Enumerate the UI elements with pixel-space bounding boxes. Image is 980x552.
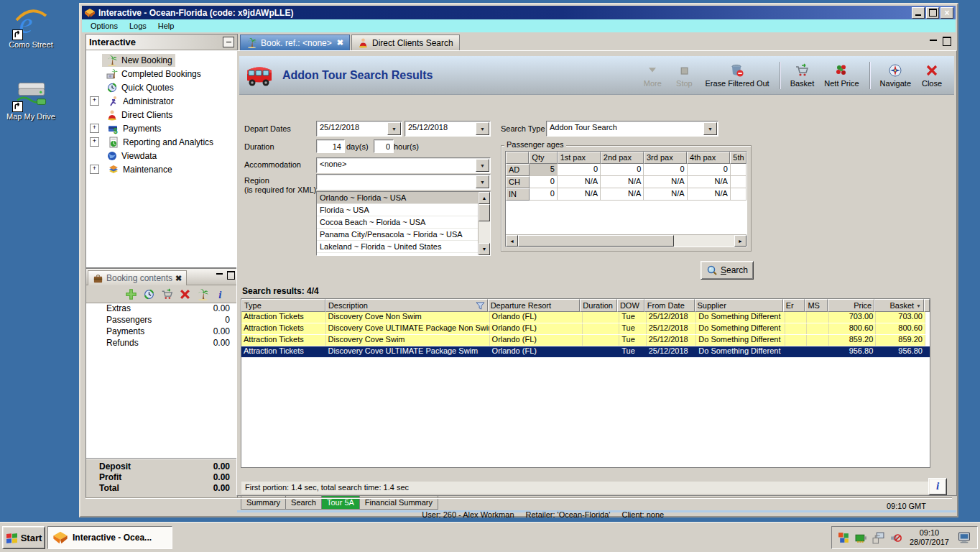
delete-button[interactable] [179,288,191,300]
passenger-ages-table[interactable]: Qty1st pax2nd pax3rd pax4th pax5th paAD5… [505,151,747,247]
search-button[interactable]: Search [701,261,754,280]
passenger-age-cell[interactable]: N/A [601,176,644,188]
expand-plus-icon[interactable]: + [90,165,99,174]
sidebar-item-direct-clients[interactable]: Direct Clients [86,108,237,121]
row-header[interactable]: IN [506,188,530,201]
tray-net-icon[interactable] [872,532,884,544]
taskbar-clock[interactable]: 09:10 28/07/2017 [907,528,952,547]
tab-area-maximize-icon[interactable] [943,37,951,46]
column-header-price[interactable]: Price [828,299,874,312]
expand-plus-icon[interactable]: + [90,124,99,133]
title-bar[interactable]: Interactive - Ocean-Florida (code: x9jdA… [82,6,956,19]
region-option[interactable]: Cocoa Beach ~ Florida ~ USA [317,216,478,229]
passenger-age-cell[interactable]: 0 [558,164,601,176]
passenger-age-cell[interactable]: 0 [530,188,558,201]
column-header-dow[interactable]: DOW [617,299,644,312]
passenger-age-cell[interactable]: 0 [688,164,731,176]
column-header-from-date[interactable]: From Date [644,299,695,312]
scroll-right-icon[interactable]: ► [734,235,746,247]
collapse-sidebar-button[interactable] [223,37,234,47]
sidebar-item-administrator[interactable]: +Administrator [86,94,237,108]
tray-nic-icon[interactable] [855,532,867,544]
region-option[interactable]: Orlando ~ Florida ~ USA [317,192,478,204]
passenger-age-cell[interactable]: N/A [644,188,687,201]
region-scrollbar[interactable]: ▲ ▼ [478,192,490,255]
tab-area-minimize-icon[interactable] [930,40,937,47]
scroll-up-icon[interactable]: ▲ [479,192,490,204]
sidebar-item-reporting-and-analytics[interactable]: +Reporting and Analytics [86,135,237,149]
tray-av-icon[interactable] [838,532,850,544]
move-to-basket-button[interactable] [161,288,173,300]
chevron-down-icon[interactable]: ▼ [476,159,489,172]
scroll-thumb[interactable] [479,204,490,221]
erase-filtered-out-button[interactable]: Erase Filtered Out [703,62,770,89]
passenger-age-cell[interactable]: N/A [558,176,601,188]
sidebar-item-viewdata[interactable]: Viewdata [86,149,237,162]
column-header[interactable]: 2nd pax [601,152,644,164]
result-row[interactable]: Attraction TicketsDiscovery Cove ULTIMAT… [241,323,930,335]
column-header[interactable]: Qty [529,152,557,164]
column-header-type[interactable]: Type [241,299,325,312]
passenger-age-cell[interactable]: 5 [530,164,558,176]
accommodation-combo[interactable]: <none> ▼ [316,157,491,173]
info-button[interactable]: i [928,478,947,495]
start-button[interactable]: Start [2,526,45,549]
row-header[interactable]: CH [506,176,530,188]
maximize-button[interactable] [926,7,939,19]
column-header[interactable]: 4th pax [687,152,730,164]
passenger-age-cell[interactable]: N/A [644,176,687,188]
row-header[interactable]: AD [506,164,530,176]
result-row[interactable]: Attraction TicketsDiscovery Cove ULTIMAT… [241,346,930,357]
depart-date-from-combo[interactable]: 25/12/2018 ▼ [316,121,402,137]
column-header[interactable] [506,152,529,164]
passenger-age-cell[interactable]: 0 [530,176,558,188]
column-header-duration[interactable]: Duration [580,299,617,312]
column-header[interactable]: 3rd pax [644,152,687,164]
passenger-age-cell[interactable]: N/A [558,188,601,201]
column-header-ms[interactable]: MS [805,299,828,312]
panel-minimize-icon[interactable] [216,273,223,280]
search-type-combo[interactable]: Addon Tour Search ▼ [546,121,718,137]
chevron-down-icon[interactable]: ▼ [476,175,489,188]
chevron-down-icon[interactable]: ▼ [387,122,401,135]
chevron-down-icon[interactable]: ▼ [476,122,489,135]
tab-book-ref-none[interactable]: Book. ref.: <none>✖ [240,34,350,50]
desktop-icon-map-my-drive[interactable]: Map My Drive [0,76,62,121]
passenger-age-cell[interactable]: N/A [688,188,731,201]
sidebar-item-maintenance[interactable]: +Maintenance [86,162,237,176]
tab-direct-clients-search[interactable]: Direct Clients Search [351,34,460,50]
scroll-down-icon[interactable]: ▼ [479,243,490,255]
passenger-age-cell[interactable]: 0 [644,164,687,176]
nett-price-button[interactable]: Nett Price [823,62,860,89]
column-header-supplier[interactable]: Supplier [695,299,783,312]
column-header-departure-resort[interactable]: Departure Resort [488,299,581,312]
region-combo[interactable]: ▼ [316,174,491,190]
region-option[interactable]: Panama City/Pensacola ~ Florida ~ USA [317,229,478,241]
add-button[interactable] [125,288,137,300]
passenger-ages-hscrollbar[interactable]: ◄ ► [506,234,746,247]
sidebar-item-payments[interactable]: +$Payments [86,121,237,135]
basket-button[interactable]: Basket [789,62,816,89]
scroll-left-icon[interactable]: ◄ [506,235,518,247]
duration-hours-input[interactable] [374,139,394,153]
quick-quote-button[interactable] [143,288,155,300]
booking-contents-tab[interactable]: Booking contents ✖ [88,270,187,285]
passenger-age-cell[interactable]: 0 [601,164,644,176]
region-option[interactable]: Lakeland ~ Florida ~ United States [317,241,478,253]
column-header-er[interactable]: Er [783,299,805,312]
desktop-icon-como-street[interactable]: eComo Street [0,4,62,49]
panel-maximize-icon[interactable] [227,271,235,280]
tray-mute-icon[interactable] [889,532,902,544]
column-header-basket[interactable]: Basket▼ [874,299,924,312]
chevron-down-icon[interactable]: ▼ [703,122,717,135]
sidebar-item-new-booking[interactable]: New Booking [86,53,237,67]
duration-days-input[interactable] [316,139,345,153]
close-button[interactable]: Close [920,62,944,89]
expand-plus-icon[interactable]: + [90,96,99,106]
region-option[interactable]: Florida ~ USA [317,204,478,216]
sidebar-item-quick-quotes[interactable]: Quick Quotes [86,80,237,94]
close-icon[interactable]: ✖ [175,274,182,283]
info-button[interactable]: i [215,288,227,300]
result-row[interactable]: Attraction TicketsDiscovery Cove SwimOrl… [241,335,930,346]
passenger-age-cell[interactable]: N/A [601,188,644,201]
